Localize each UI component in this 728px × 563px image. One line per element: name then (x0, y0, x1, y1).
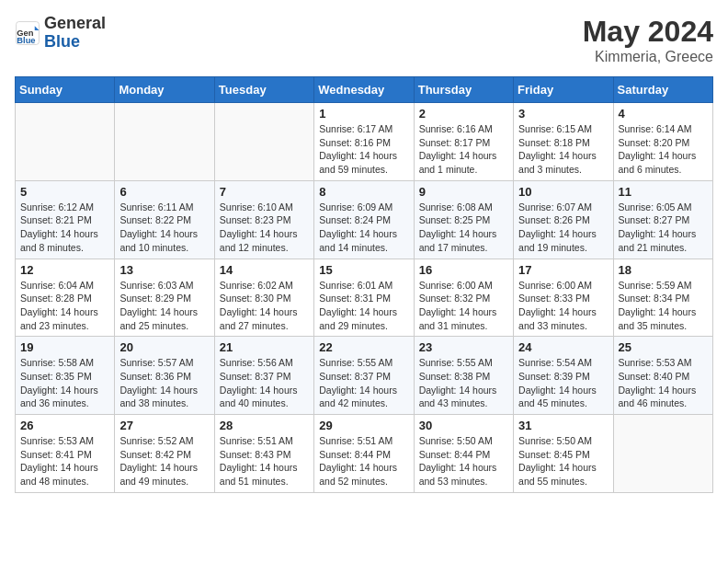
calendar-cell: 13Sunrise: 6:03 AMSunset: 8:29 PMDayligh… (115, 259, 214, 337)
day-number: 23 (419, 340, 508, 354)
day-number: 20 (119, 340, 209, 354)
day-number: 27 (119, 419, 209, 432)
calendar-cell: 3Sunrise: 6:15 AMSunset: 8:18 PMDaylight… (514, 103, 613, 181)
day-info: Sunrise: 6:11 AMSunset: 8:22 PMDaylight:… (119, 201, 209, 255)
calendar-cell: 28Sunrise: 5:51 AMSunset: 8:43 PMDayligh… (214, 415, 313, 493)
calendar-cell (214, 103, 313, 181)
page-header: Gen Blue General Blue May 2024 Kimmeria,… (15, 15, 713, 65)
calendar-cell (613, 415, 712, 493)
daylight-label: Daylight: 14 hours and 52 minutes. (319, 462, 397, 487)
calendar-week-3: 12Sunrise: 6:04 AMSunset: 8:28 PMDayligh… (16, 259, 713, 337)
daylight-label: Daylight: 14 hours and 43 minutes. (419, 385, 497, 409)
day-info: Sunrise: 5:53 AMSunset: 8:40 PMDaylight:… (619, 356, 708, 410)
calendar-cell: 22Sunrise: 5:55 AMSunset: 8:37 PMDayligh… (314, 337, 414, 415)
calendar-cell: 23Sunrise: 5:55 AMSunset: 8:38 PMDayligh… (414, 337, 513, 415)
day-info: Sunrise: 5:55 AMSunset: 8:38 PMDaylight:… (419, 356, 508, 410)
day-info: Sunrise: 5:58 AMSunset: 8:35 PMDaylight:… (20, 356, 109, 410)
calendar-week-2: 5Sunrise: 6:12 AMSunset: 8:21 PMDaylight… (16, 180, 713, 259)
day-info: Sunrise: 6:00 AMSunset: 8:32 PMDaylight:… (419, 279, 508, 333)
day-info: Sunrise: 6:17 AMSunset: 8:16 PMDaylight:… (319, 122, 408, 177)
daylight-label: Daylight: 14 hours and 40 minutes. (220, 385, 298, 409)
daylight-label: Daylight: 14 hours and 49 minutes. (119, 462, 198, 487)
calendar-cell (115, 103, 214, 181)
day-info: Sunrise: 5:51 AMSunset: 8:43 PMDaylight:… (220, 434, 309, 488)
logo-blue: Blue (44, 33, 106, 52)
calendar-cell: 30Sunrise: 5:50 AMSunset: 8:44 PMDayligh… (414, 415, 513, 493)
calendar-cell: 7Sunrise: 6:10 AMSunset: 8:23 PMDaylight… (214, 180, 313, 259)
day-info: Sunrise: 5:57 AMSunset: 8:36 PMDaylight:… (119, 356, 209, 410)
daylight-label: Daylight: 14 hours and 51 minutes. (220, 462, 298, 487)
weekday-header-row: SundayMondayTuesdayWednesdayThursdayFrid… (16, 77, 713, 103)
daylight-label: Daylight: 14 hours and 38 minutes. (119, 385, 198, 409)
day-info: Sunrise: 6:16 AMSunset: 8:17 PMDaylight:… (419, 122, 508, 177)
day-number: 21 (220, 340, 309, 354)
day-number: 14 (220, 263, 309, 277)
calendar-cell: 14Sunrise: 6:02 AMSunset: 8:30 PMDayligh… (214, 259, 313, 337)
daylight-label: Daylight: 14 hours and 19 minutes. (518, 228, 597, 253)
day-number: 31 (518, 419, 608, 432)
logo: Gen Blue General Blue (15, 15, 106, 52)
daylight-label: Daylight: 14 hours and 1 minute. (419, 150, 497, 175)
daylight-label: Daylight: 14 hours and 6 minutes. (619, 150, 697, 175)
day-info: Sunrise: 6:12 AMSunset: 8:21 PMDaylight:… (20, 201, 109, 255)
day-info: Sunrise: 5:54 AMSunset: 8:39 PMDaylight:… (518, 356, 608, 410)
calendar-cell: 17Sunrise: 6:00 AMSunset: 8:33 PMDayligh… (514, 259, 613, 337)
weekday-header-monday: Monday (115, 77, 214, 103)
title-block: May 2024 Kimmeria, Greece (583, 15, 713, 65)
day-number: 30 (419, 419, 508, 432)
location-title: Kimmeria, Greece (583, 49, 713, 65)
day-number: 25 (619, 340, 708, 354)
calendar-cell: 4Sunrise: 6:14 AMSunset: 8:20 PMDaylight… (613, 103, 712, 181)
calendar-cell: 31Sunrise: 5:50 AMSunset: 8:45 PMDayligh… (514, 415, 613, 493)
day-number: 17 (518, 263, 608, 277)
daylight-label: Daylight: 14 hours and 12 minutes. (220, 228, 298, 253)
day-number: 10 (518, 185, 608, 199)
day-info: Sunrise: 5:53 AMSunset: 8:41 PMDaylight:… (20, 434, 109, 488)
calendar-cell: 24Sunrise: 5:54 AMSunset: 8:39 PMDayligh… (514, 337, 613, 415)
day-info: Sunrise: 5:55 AMSunset: 8:37 PMDaylight:… (319, 356, 408, 410)
day-number: 18 (619, 263, 708, 277)
day-info: Sunrise: 6:10 AMSunset: 8:23 PMDaylight:… (220, 201, 309, 255)
daylight-label: Daylight: 14 hours and 55 minutes. (518, 462, 597, 487)
daylight-label: Daylight: 14 hours and 45 minutes. (518, 385, 597, 409)
day-info: Sunrise: 5:50 AMSunset: 8:44 PMDaylight:… (419, 434, 508, 488)
calendar-cell: 8Sunrise: 6:09 AMSunset: 8:24 PMDaylight… (314, 180, 414, 259)
day-number: 13 (119, 263, 209, 277)
svg-text:Blue: Blue (17, 36, 35, 45)
weekday-header-thursday: Thursday (414, 77, 513, 103)
daylight-label: Daylight: 14 hours and 33 minutes. (518, 306, 597, 331)
calendar-cell: 27Sunrise: 5:52 AMSunset: 8:42 PMDayligh… (115, 415, 214, 493)
day-number: 12 (20, 263, 109, 277)
day-number: 19 (20, 340, 109, 354)
logo-icon: Gen Blue (15, 20, 40, 46)
day-info: Sunrise: 6:07 AMSunset: 8:26 PMDaylight:… (518, 201, 608, 255)
calendar-cell: 1Sunrise: 6:17 AMSunset: 8:16 PMDaylight… (314, 103, 414, 181)
day-number: 11 (619, 185, 708, 199)
month-title: May 2024 (583, 15, 713, 49)
daylight-label: Daylight: 14 hours and 53 minutes. (419, 462, 497, 487)
logo-text: General Blue (44, 15, 106, 52)
calendar-cell: 10Sunrise: 6:07 AMSunset: 8:26 PMDayligh… (514, 180, 613, 259)
daylight-label: Daylight: 14 hours and 36 minutes. (20, 385, 98, 409)
daylight-label: Daylight: 14 hours and 3 minutes. (518, 150, 597, 175)
weekday-header-friday: Friday (514, 77, 613, 103)
calendar-cell: 18Sunrise: 5:59 AMSunset: 8:34 PMDayligh… (613, 259, 712, 337)
day-number: 15 (319, 263, 408, 277)
daylight-label: Daylight: 14 hours and 8 minutes. (20, 228, 98, 253)
daylight-label: Daylight: 14 hours and 48 minutes. (20, 462, 98, 487)
day-info: Sunrise: 6:14 AMSunset: 8:20 PMDaylight:… (619, 122, 708, 177)
day-number: 4 (619, 107, 708, 121)
daylight-label: Daylight: 14 hours and 10 minutes. (119, 228, 198, 253)
calendar-cell: 19Sunrise: 5:58 AMSunset: 8:35 PMDayligh… (16, 337, 115, 415)
day-info: Sunrise: 6:00 AMSunset: 8:33 PMDaylight:… (518, 279, 608, 333)
day-info: Sunrise: 6:01 AMSunset: 8:31 PMDaylight:… (319, 279, 408, 333)
day-number: 2 (419, 107, 508, 121)
daylight-label: Daylight: 14 hours and 35 minutes. (619, 306, 697, 331)
day-number: 6 (119, 185, 209, 199)
day-info: Sunrise: 6:15 AMSunset: 8:18 PMDaylight:… (518, 122, 608, 177)
weekday-header-tuesday: Tuesday (214, 77, 313, 103)
daylight-label: Daylight: 14 hours and 14 minutes. (319, 228, 397, 253)
daylight-label: Daylight: 14 hours and 25 minutes. (119, 306, 198, 331)
day-info: Sunrise: 5:59 AMSunset: 8:34 PMDaylight:… (619, 279, 708, 333)
day-info: Sunrise: 5:52 AMSunset: 8:42 PMDaylight:… (119, 434, 209, 488)
